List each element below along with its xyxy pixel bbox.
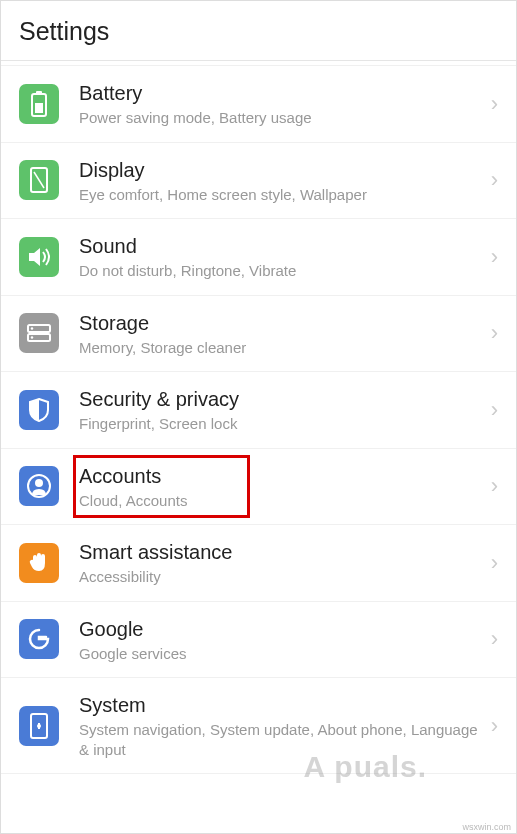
chevron-right-icon: › — [491, 244, 498, 270]
svg-point-7 — [31, 328, 33, 330]
item-text: Sound Do not disturb, Ringtone, Vibrate — [79, 233, 481, 281]
google-icon — [19, 619, 59, 659]
item-text: Security & privacy Fingerprint, Screen l… — [79, 386, 481, 434]
chevron-right-icon: › — [491, 626, 498, 652]
item-subtitle: Accessibility — [79, 567, 481, 587]
item-title: System — [79, 692, 481, 718]
svg-rect-2 — [35, 103, 43, 113]
svg-point-8 — [31, 337, 33, 339]
item-text: Battery Power saving mode, Battery usage — [79, 80, 481, 128]
chevron-right-icon: › — [491, 167, 498, 193]
item-subtitle: Memory, Storage cleaner — [79, 338, 481, 358]
header: Settings — [1, 1, 516, 61]
settings-item-storage[interactable]: Storage Memory, Storage cleaner › — [1, 296, 516, 373]
item-title: Smart assistance — [79, 539, 481, 565]
item-title: Storage — [79, 310, 481, 336]
item-subtitle: Fingerprint, Screen lock — [79, 414, 481, 434]
item-title: Security & privacy — [79, 386, 481, 412]
item-text: Accounts Cloud, Accounts — [79, 463, 481, 511]
settings-item-display[interactable]: Display Eye comfort, Home screen style, … — [1, 143, 516, 220]
chevron-right-icon: › — [491, 473, 498, 499]
hand-icon — [19, 543, 59, 583]
settings-item-google[interactable]: Google Google services › — [1, 602, 516, 679]
item-title: Sound — [79, 233, 481, 259]
chevron-right-icon: › — [491, 91, 498, 117]
sound-icon — [19, 237, 59, 277]
settings-item-accounts[interactable]: Accounts Cloud, Accounts › — [1, 449, 516, 526]
accounts-icon — [19, 466, 59, 506]
item-text: Google Google services — [79, 616, 481, 664]
display-icon — [19, 160, 59, 200]
settings-item-battery[interactable]: Battery Power saving mode, Battery usage… — [1, 65, 516, 143]
settings-item-smart-assistance[interactable]: Smart assistance Accessibility › — [1, 525, 516, 602]
system-icon — [19, 706, 59, 746]
settings-list: Battery Power saving mode, Battery usage… — [1, 61, 516, 833]
settings-screen: Settings Battery Power saving mode, Batt… — [0, 0, 517, 834]
item-text: Smart assistance Accessibility — [79, 539, 481, 587]
item-text: Display Eye comfort, Home screen style, … — [79, 157, 481, 205]
item-subtitle: Google services — [79, 644, 481, 664]
item-subtitle: Cloud, Accounts — [79, 491, 481, 511]
item-subtitle: Do not disturb, Ringtone, Vibrate — [79, 261, 481, 281]
settings-item-system[interactable]: System System navigation, System update,… — [1, 678, 516, 774]
settings-item-security[interactable]: Security & privacy Fingerprint, Screen l… — [1, 372, 516, 449]
item-text: System System navigation, System update,… — [79, 692, 481, 759]
item-title: Display — [79, 157, 481, 183]
item-title: Battery — [79, 80, 481, 106]
shield-icon — [19, 390, 59, 430]
item-title: Accounts — [79, 463, 481, 489]
item-subtitle: Power saving mode, Battery usage — [79, 108, 481, 128]
chevron-right-icon: › — [491, 713, 498, 739]
settings-item-sound[interactable]: Sound Do not disturb, Ringtone, Vibrate … — [1, 219, 516, 296]
svg-line-4 — [34, 172, 44, 188]
svg-point-10 — [35, 479, 43, 487]
svg-rect-1 — [36, 91, 42, 94]
chevron-right-icon: › — [491, 397, 498, 423]
page-title: Settings — [19, 17, 498, 46]
chevron-right-icon: › — [491, 320, 498, 346]
storage-icon — [19, 313, 59, 353]
item-title: Google — [79, 616, 481, 642]
chevron-right-icon: › — [491, 550, 498, 576]
battery-icon — [19, 84, 59, 124]
item-subtitle: System navigation, System update, About … — [79, 720, 481, 759]
item-text: Storage Memory, Storage cleaner — [79, 310, 481, 358]
item-subtitle: Eye comfort, Home screen style, Wallpape… — [79, 185, 481, 205]
